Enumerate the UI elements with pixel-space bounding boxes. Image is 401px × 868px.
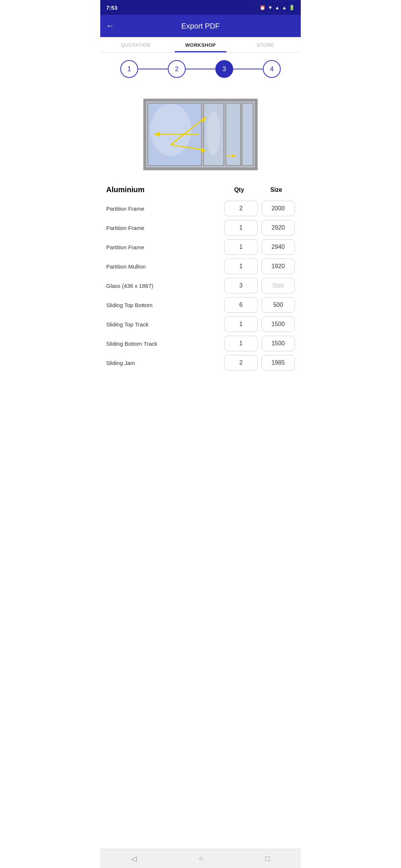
window-diagram xyxy=(100,85,301,185)
item-label: Partition Mullion xyxy=(106,263,221,270)
qty-input[interactable]: 2 xyxy=(224,201,258,216)
size-input[interactable]: 1500 xyxy=(261,336,295,351)
step-line-1 xyxy=(138,69,168,69)
step-2: 2 xyxy=(168,60,186,78)
status-time: 7:53 xyxy=(106,4,117,11)
size-input[interactable]: 2920 xyxy=(261,220,295,236)
size-input[interactable]: 1985 xyxy=(261,355,295,371)
tab-workshop[interactable]: WORKSHOP xyxy=(168,37,233,52)
svg-point-5 xyxy=(207,111,220,156)
size-header: Size xyxy=(258,187,295,193)
nav-back-icon[interactable]: ◁ xyxy=(131,854,137,863)
step-line-2 xyxy=(186,69,215,69)
tab-store[interactable]: STORE xyxy=(233,37,298,52)
qty-input[interactable]: 1 xyxy=(224,336,258,351)
item-row: Partition Frame 1 2940 xyxy=(106,239,295,255)
wifi-icon: ▼ xyxy=(268,5,273,10)
item-label: Sliding Top Bottom xyxy=(106,302,221,308)
step-line-3 xyxy=(233,69,263,69)
qty-input[interactable]: 1 xyxy=(224,239,258,255)
item-label: Partition Frame xyxy=(106,225,221,231)
qty-input[interactable]: 2 xyxy=(224,355,258,371)
qty-input[interactable]: 1 xyxy=(224,316,258,332)
item-label: Glass (436 x 1867) xyxy=(106,283,221,289)
item-label: Sliding Top Track xyxy=(106,321,221,328)
item-row: Sliding Top Track 1 1500 xyxy=(106,316,295,332)
svg-point-3 xyxy=(150,104,191,156)
item-row: Partition Mullion 1 1920 xyxy=(106,259,295,274)
item-row: Glass (436 x 1867) 3 Size xyxy=(106,278,295,293)
page-title: Export PDF xyxy=(119,22,282,30)
step-3: 3 xyxy=(215,60,233,78)
size-input[interactable]: 1920 xyxy=(261,259,295,274)
alarm-icon: ⏰ xyxy=(260,5,265,10)
size-input[interactable]: 500 xyxy=(261,297,295,313)
nav-recents-icon[interactable]: □ xyxy=(265,854,270,863)
size-input[interactable]: Size xyxy=(261,278,295,293)
size-input[interactable]: 1500 xyxy=(261,316,295,332)
item-label: Partition Frame xyxy=(106,206,221,212)
bottom-nav: ◁ ○ □ xyxy=(100,849,301,868)
steps-indicator: 1 2 3 4 xyxy=(100,53,301,85)
qty-header: Qty xyxy=(221,187,258,193)
battery-icon: 🔋 xyxy=(289,5,295,10)
signal-icon-1: ▲ xyxy=(275,5,280,10)
size-input[interactable]: 2000 xyxy=(261,201,295,216)
status-bar: 7:53 ⏰ ▼ ▲ ▲ 🔋 xyxy=(100,0,301,15)
step-1: 1 xyxy=(120,60,138,78)
qty-input[interactable]: 3 xyxy=(224,278,258,293)
svg-rect-7 xyxy=(242,103,253,166)
items-content: Aluminium Qty Size Partition Frame 2 200… xyxy=(100,185,301,849)
signal-icon-2: ▲ xyxy=(282,5,287,10)
item-row: Sliding Bottom Track 1 1500 xyxy=(106,336,295,351)
item-row: Partition Frame 2 2000 xyxy=(106,201,295,216)
qty-input[interactable]: 6 xyxy=(224,297,258,313)
tab-quotation[interactable]: QUOTATION xyxy=(103,37,168,52)
item-row: Sliding Top Bottom 6 500 xyxy=(106,297,295,313)
tabs-container: QUOTATION WORKSHOP STORE xyxy=(100,37,301,53)
section-header: Aluminium Qty Size xyxy=(106,185,295,195)
window-svg xyxy=(141,93,260,174)
header: ← Export PDF xyxy=(100,15,301,37)
nav-home-icon[interactable]: ○ xyxy=(199,854,203,863)
section-title: Aluminium xyxy=(106,185,221,194)
item-label: Sliding Jam xyxy=(106,360,221,366)
qty-input[interactable]: 1 xyxy=(224,259,258,274)
item-label: Partition Frame xyxy=(106,244,221,250)
back-button[interactable]: ← xyxy=(106,21,114,31)
item-row: Sliding Jam 2 1985 xyxy=(106,355,295,371)
qty-input[interactable]: 1 xyxy=(224,220,258,236)
item-row: Partition Frame 1 2920 xyxy=(106,220,295,236)
status-icons: ⏰ ▼ ▲ ▲ 🔋 xyxy=(260,5,295,10)
item-label: Sliding Bottom Track xyxy=(106,341,221,347)
step-4: 4 xyxy=(263,60,281,78)
size-input[interactable]: 2940 xyxy=(261,239,295,255)
